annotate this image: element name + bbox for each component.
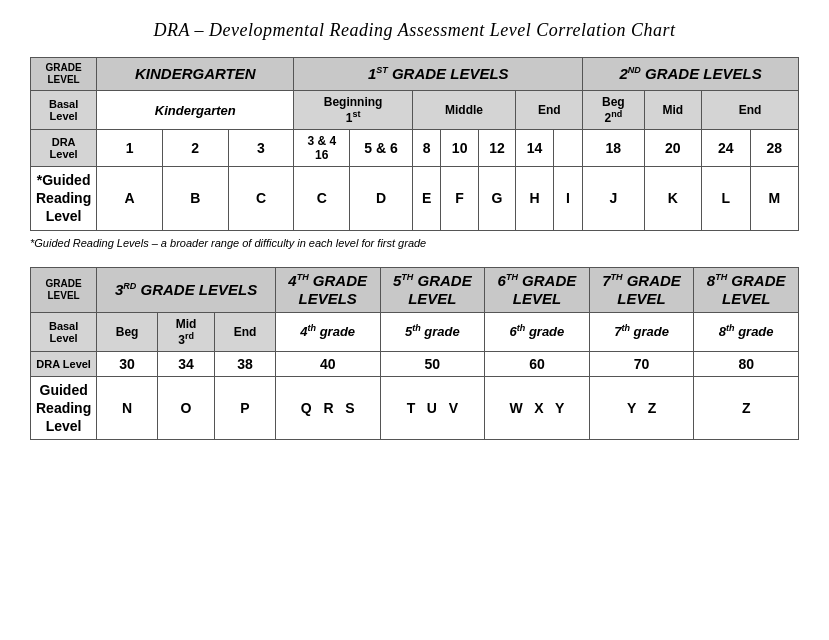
dra-g1-8: 8: [412, 130, 441, 167]
guided-kg-a: A: [97, 167, 163, 231]
basal-g2-mid: Mid: [644, 91, 702, 130]
dra-g2-20: 20: [644, 130, 702, 167]
t2-dra-g3-30: 30: [97, 351, 158, 376]
t2-guided-g3-p: P: [215, 376, 276, 440]
dra-kg-2: 2: [162, 130, 228, 167]
t2-g4-header: 4th GradeLevels: [275, 267, 380, 312]
t2-basal-g3-beg: Beg: [97, 312, 158, 351]
footnote: *Guided Reading Levels – a broader range…: [30, 237, 799, 249]
table1: GRADELEVEL Kindergarten 1st Grade Levels…: [30, 57, 799, 231]
guided-g2-m: M: [750, 167, 799, 231]
basal-g2-beg: Beg2nd: [583, 91, 644, 130]
t2-dra-label: DRA Level: [31, 351, 97, 376]
t2-guided-label: GuidedReadingLevel: [31, 376, 97, 440]
guided-label: *GuidedReadingLevel: [31, 167, 97, 231]
t2-dra-g6-60: 60: [485, 351, 590, 376]
dra-g2-18: 18: [583, 130, 644, 167]
t2-g5-header: 5th GradeLevel: [380, 267, 485, 312]
t2-guided-g8-z: Z: [694, 376, 799, 440]
guided-g2-j: J: [583, 167, 644, 231]
guided-g2-k: K: [644, 167, 702, 231]
dra-g2-28: 28: [750, 130, 799, 167]
t2-g8-header: 8th GradeLevel: [694, 267, 799, 312]
guided-g2-l: L: [702, 167, 750, 231]
basal-label: BasalLevel: [31, 91, 97, 130]
t2-basal-g4: 4th grade: [275, 312, 380, 351]
guided-g1-h: H: [516, 167, 553, 231]
page-title: DRA – Developmental Reading Assessment L…: [30, 20, 799, 41]
t2-guided-g3-n: N: [97, 376, 158, 440]
dra-g2-24: 24: [702, 130, 750, 167]
t2-basal-label: BasalLevel: [31, 312, 97, 351]
basal-g1-mid: Middle: [412, 91, 515, 130]
g1-header: 1st Grade Levels: [294, 58, 583, 91]
grade-level-col-header: GRADELEVEL: [31, 58, 97, 91]
g2-header: 2nd Grade Levels: [583, 58, 799, 91]
t2-basal-g5: 5th grade: [380, 312, 485, 351]
guided-g1-e: E: [412, 167, 441, 231]
t2-dra-g3-34: 34: [157, 351, 214, 376]
t2-dra-g8-80: 80: [694, 351, 799, 376]
t2-dra-g7-70: 70: [589, 351, 694, 376]
basal-g2-end: End: [702, 91, 799, 130]
t2-guided-g7-yz: Y Z: [589, 376, 694, 440]
t2-basal-g8: 8th grade: [694, 312, 799, 351]
t2-dra-g3-38: 38: [215, 351, 276, 376]
t2-dra-g4-40: 40: [275, 351, 380, 376]
t2-basal-g3-end: End: [215, 312, 276, 351]
guided-kg-c: C: [228, 167, 294, 231]
t2-dra-g5-50: 50: [380, 351, 485, 376]
guided-g1-g: G: [478, 167, 515, 231]
dra-g1-12: 12: [478, 130, 515, 167]
table2: GRADELEVEL 3rd Grade Levels 4th GradeLev…: [30, 267, 799, 441]
guided-g1-d: D: [350, 167, 413, 231]
dra-kg-1: 1: [97, 130, 163, 167]
kg-header: Kindergarten: [97, 58, 294, 91]
t2-g3-header: 3rd Grade Levels: [97, 267, 276, 312]
guided-g1-i: I: [553, 167, 583, 231]
guided-kg-b: B: [162, 167, 228, 231]
t2-basal-g6: 6th grade: [485, 312, 590, 351]
dra-kg-3: 3: [228, 130, 294, 167]
guided-g1-c: C: [294, 167, 350, 231]
dra-g1-56: 5 & 6: [350, 130, 413, 167]
t2-guided-g4-qrs: Q R S: [275, 376, 380, 440]
dra-label: DRALevel: [31, 130, 97, 167]
basal-kg: Kindergarten: [97, 91, 294, 130]
t2-g6-header: 6th GradeLevel: [485, 267, 590, 312]
dra-g1-14: 14: [516, 130, 553, 167]
basal-g1-end: End: [516, 91, 583, 130]
t2-guided-g6-wxy: W X Y: [485, 376, 590, 440]
t2-guided-g3-o: O: [157, 376, 214, 440]
dra-g1-34: 3 & 416: [294, 130, 350, 167]
t2-basal-g7: 7th grade: [589, 312, 694, 351]
basal-g1-beg: Beginning1st: [294, 91, 412, 130]
t2-basal-g3-mid: Mid3rd: [157, 312, 214, 351]
t2-guided-g5-tuv: T U V: [380, 376, 485, 440]
dra-g1-10: 10: [441, 130, 478, 167]
t2-grade-level-header: GRADELEVEL: [31, 267, 97, 312]
guided-g1-f: F: [441, 167, 478, 231]
t2-g7-header: 7th GradeLevel: [589, 267, 694, 312]
